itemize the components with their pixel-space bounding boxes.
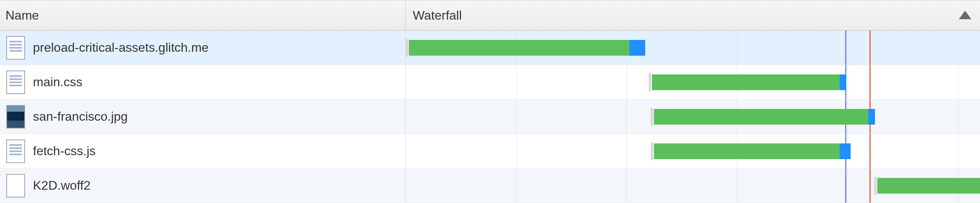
table-header: Name Waterfall: [0, 0, 980, 31]
timing-bar[interactable]: [651, 109, 875, 125]
download-segment: [840, 74, 846, 90]
name-cell[interactable]: san-francisco.jpg: [0, 100, 406, 134]
table-row[interactable]: K2D.woff2: [0, 169, 980, 203]
sort-ascending-icon: [959, 11, 971, 19]
name-cell[interactable]: K2D.woff2: [0, 169, 406, 203]
gridline: [848, 169, 848, 203]
column-header-name[interactable]: Name: [0, 0, 406, 30]
queue-tick: [406, 39, 408, 57]
waterfall-cell[interactable]: [406, 169, 980, 203]
request-name: main.css: [33, 75, 82, 89]
table-row[interactable]: main.css: [0, 65, 980, 100]
file-icon: [6, 36, 25, 60]
timing-bar[interactable]: [874, 178, 980, 194]
file-icon: [6, 174, 25, 198]
gridline: [958, 31, 958, 65]
queue-tick: [874, 177, 877, 195]
column-header-name-label: Name: [5, 8, 39, 23]
table-row[interactable]: san-francisco.jpg: [0, 100, 980, 134]
request-name: fetch-css.js: [33, 144, 96, 158]
queue-tick: [651, 108, 653, 126]
queue-tick: [651, 142, 653, 160]
domcontentloaded-marker: [845, 31, 846, 65]
request-name: san-francisco.jpg: [33, 109, 128, 124]
table-row[interactable]: fetch-css.js: [0, 134, 980, 169]
load-marker: [869, 31, 871, 65]
name-cell[interactable]: fetch-css.js: [0, 134, 406, 168]
download-segment: [868, 109, 875, 125]
gridline: [516, 65, 517, 99]
column-header-waterfall-label: Waterfall: [413, 8, 462, 23]
gridline: [516, 100, 517, 134]
gridline: [516, 134, 517, 168]
column-header-waterfall[interactable]: Waterfall: [406, 0, 980, 30]
gridline: [848, 65, 848, 99]
queue-tick: [649, 73, 651, 91]
gridline: [737, 169, 737, 203]
gridline: [626, 169, 627, 203]
name-cell[interactable]: preload-critical-assets.glitch.me: [0, 31, 406, 65]
load-marker: [869, 65, 871, 99]
waiting-segment: [654, 143, 839, 159]
gridline: [848, 31, 848, 65]
name-cell[interactable]: main.css: [0, 65, 406, 99]
gridline: [737, 31, 737, 65]
timing-bar[interactable]: [406, 40, 645, 56]
gridline: [626, 65, 627, 99]
gridline: [958, 134, 958, 168]
file-icon: [6, 71, 25, 94]
waterfall-cell[interactable]: [406, 134, 980, 168]
gridline: [626, 134, 627, 168]
waiting-segment: [877, 178, 980, 194]
network-panel: Name Waterfall preload-critical-assets.g…: [0, 0, 980, 203]
gridline: [516, 169, 517, 203]
download-segment: [840, 143, 851, 159]
request-name: preload-critical-assets.glitch.me: [33, 40, 209, 55]
load-marker: [869, 169, 871, 203]
file-icon: [6, 140, 25, 163]
timing-bar[interactable]: [651, 143, 850, 159]
waiting-segment: [652, 74, 840, 90]
waterfall-cell[interactable]: [406, 65, 980, 99]
gridline: [626, 100, 627, 134]
load-marker: [869, 134, 871, 168]
waiting-segment: [654, 109, 868, 125]
waterfall-cell[interactable]: [406, 31, 980, 65]
table-body: preload-critical-assets.glitch.memain.cs…: [0, 31, 980, 203]
table-row[interactable]: preload-critical-assets.glitch.me: [0, 31, 980, 65]
domcontentloaded-marker: [845, 169, 846, 203]
gridline: [958, 100, 958, 134]
gridline: [958, 65, 958, 99]
waiting-segment: [409, 40, 630, 56]
request-name: K2D.woff2: [33, 178, 91, 193]
download-segment: [630, 40, 645, 56]
waterfall-cell[interactable]: [406, 100, 980, 134]
file-icon: [6, 105, 25, 129]
timing-bar[interactable]: [649, 74, 846, 90]
